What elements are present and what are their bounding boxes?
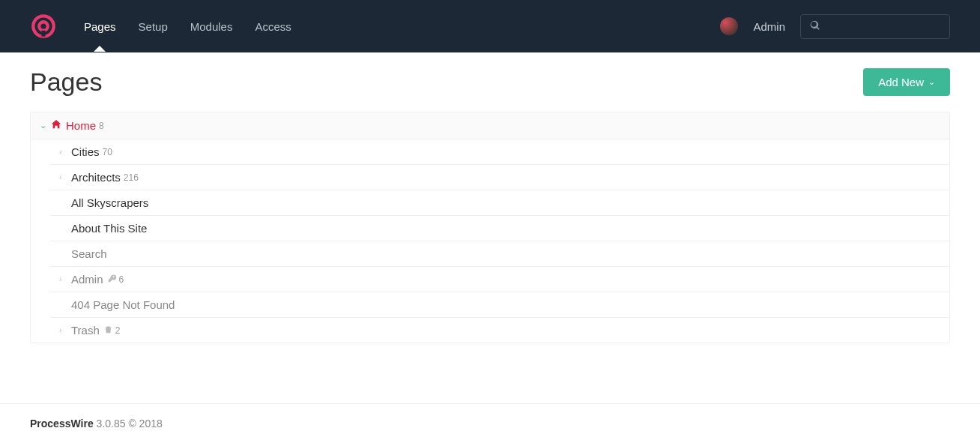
search-input[interactable] (826, 20, 958, 32)
tree-item-count: 6 (119, 274, 124, 285)
tree-item-label: Cities (71, 145, 100, 158)
chevron-down-icon: ⌄ (928, 77, 935, 87)
user-menu[interactable]: Admin (753, 20, 785, 33)
tree-item-label: All Skyscrapers (71, 196, 148, 209)
tree-item[interactable]: ›Admin6 (50, 267, 949, 292)
trash-icon (104, 325, 112, 336)
nav-item-pages[interactable]: Pages (84, 2, 116, 51)
svg-point-1 (39, 22, 48, 31)
tree-item[interactable]: ›Cities70 (50, 139, 949, 165)
tree-item-label: Architects (71, 171, 121, 184)
nav-item-access[interactable]: Access (255, 2, 291, 51)
key-icon (108, 274, 116, 285)
tree-item-label: About This Site (71, 222, 147, 235)
tree-item[interactable]: ›404 Page Not Found (50, 292, 949, 318)
tree-item[interactable]: ›About This Site (50, 216, 949, 241)
tree-root-label: Home (66, 119, 96, 132)
page-title: Pages (30, 67, 102, 97)
topbar: PagesSetupModulesAccess Admin (0, 0, 980, 52)
logo[interactable] (30, 13, 57, 40)
main-nav: PagesSetupModulesAccess (84, 2, 291, 51)
search-box[interactable] (800, 14, 950, 39)
tree-root[interactable]: ⌄ Home 8 (31, 112, 949, 139)
tree-root-count: 8 (99, 121, 104, 131)
tree-item[interactable]: ›Architects216 (50, 165, 949, 190)
page-header: Pages Add New ⌄ (30, 67, 950, 97)
chevron-right-icon[interactable]: › (59, 148, 68, 156)
footer-product: ProcessWire (30, 418, 94, 430)
tree-item[interactable]: ›All Skyscrapers (50, 190, 949, 216)
chevron-down-icon[interactable]: ⌄ (40, 121, 46, 130)
tree-item-count: 216 (124, 172, 139, 183)
chevron-right-icon[interactable]: › (59, 326, 68, 334)
footer-version: 3.0.85 © 2018 (97, 418, 163, 430)
add-new-label: Add New (878, 76, 924, 88)
chevron-right-icon[interactable]: › (59, 173, 68, 181)
tree-item-count: 2 (115, 325, 121, 336)
tree-item[interactable]: ›Search (50, 241, 949, 267)
tree-item-label: Admin (71, 273, 103, 286)
nav-item-setup[interactable]: Setup (139, 2, 168, 51)
add-new-button[interactable]: Add New ⌄ (863, 68, 950, 96)
footer: ProcessWire 3.0.85 © 2018 (0, 403, 980, 431)
page-tree: ⌄ Home 8 ›Cities70›Architects216›All Sky… (30, 112, 950, 343)
tree-item[interactable]: ›Trash2 (50, 318, 949, 343)
tree-item-count: 70 (103, 147, 112, 157)
tree-item-label: 404 Page Not Found (71, 298, 175, 311)
home-icon (51, 119, 61, 132)
tree-item-label: Trash (71, 324, 100, 337)
tree-item-label: Search (71, 247, 107, 260)
search-icon (810, 20, 820, 33)
chevron-right-icon[interactable]: › (59, 275, 68, 283)
nav-item-modules[interactable]: Modules (190, 2, 233, 51)
avatar[interactable] (720, 17, 738, 35)
